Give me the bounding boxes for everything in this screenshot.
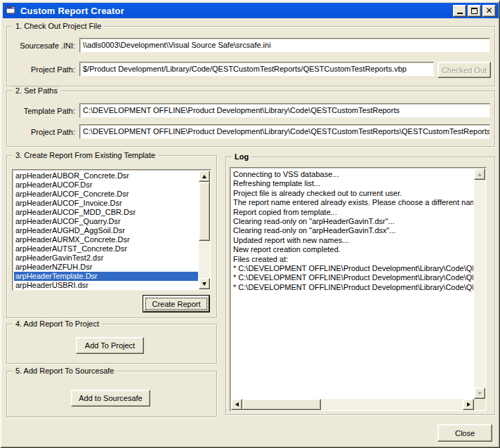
sourcesafe-ini-input[interactable]: \\adls0003\Development\Visual Source Saf… [79,38,490,53]
log-scroll-right-button[interactable] [463,399,474,410]
template-path-input[interactable]: C:\DEVELOPMENT OFFLINE\Product Developme… [79,103,490,118]
list-item[interactable]: arpHeaderGavinTest2.dsr [14,253,198,263]
log-line: Report copied from template... [233,208,473,217]
list-item[interactable]: arpHeaderUSBRI.dsr [14,281,198,289]
listbox-scrollbar-thumb[interactable] [199,182,210,241]
log-line: New report creation completed. [233,245,473,254]
scrollbar-corner [474,399,485,410]
list-item[interactable]: arpHeaderAUCOF.Dsr [14,180,198,190]
template-path-label: Template Path: [6,107,75,115]
log-line: * C:\DEVELOPMENT OFFLINE\Product Develop… [233,283,473,292]
checked-out-button: Checked Out [438,62,491,78]
arrow-left-icon [235,402,239,407]
log-line: Project file is already checked out to c… [233,189,473,198]
log-vertical-scrollbar[interactable] [474,169,485,399]
maximize-button[interactable] [468,5,481,17]
group-title: 5. Add Report To Sourcesafe [13,367,117,376]
log-line: Updated report with new names... [233,236,473,245]
list-item[interactable]: arpHeaderAUCOF_Invoice.Dsr [14,199,198,208]
arrow-down-icon [202,282,206,286]
log-line: * C:\DEVELOPMENT OFFLINE\Product Develop… [233,273,473,282]
arrow-right-icon [467,402,471,407]
add-to-project-button[interactable]: Add To Project [76,337,144,354]
local-project-path-input[interactable]: C:\DEVELOPMENT OFFLINE\Product Developme… [79,124,490,139]
template-list: arpHeaderAUBOR_Concrete.DsrarpHeaderAUCO… [14,171,198,289]
minimize-button[interactable] [453,5,466,17]
listbox-scroll-down-button[interactable] [199,278,210,289]
log-line: Connecting to VSS database... [233,170,473,179]
group-title: 4. Add Report To Project [13,319,102,329]
log-scroll-up-button[interactable] [474,169,485,180]
vss-project-path-input[interactable]: $/Product Development/Library/Code/QESTC… [79,62,434,77]
custom-report-creator-window: Custom Report Creator ✕ 1. Check Out Pro… [0,0,500,448]
log-line: Clearing read-only on "arpHeaderGavinT.d… [233,217,473,226]
window-title: Custom Report Creator [20,6,453,16]
minimize-icon [457,13,463,14]
add-to-sourcesafe-button[interactable]: Add to Sourcesafe [71,390,150,407]
log-line: Clearing read-only on "arpHeaderGavinT.d… [233,226,473,235]
arrow-up-icon [478,173,482,176]
maximize-icon [471,8,478,14]
log-lines: Connecting to VSS database...Refreshing … [233,170,473,398]
log-line: Refreshing template list... [233,179,473,188]
sourcesafe-ini-label: Sourcesafe .INI: [6,41,75,50]
log-line: The report name entered already exists. … [233,198,473,207]
arrow-up-icon [202,175,206,178]
log-scrollbar-thumb[interactable] [242,399,321,410]
template-listbox[interactable]: arpHeaderAUBOR_Concrete.DsrarpHeaderAUCO… [12,169,211,291]
list-item[interactable]: arpHeaderAUBOR_Concrete.Dsr [14,171,198,180]
group-check-out-project-file: 1. Check Out Project File [6,26,495,86]
group-title: 1. Check Out Project File [13,22,104,31]
list-item[interactable]: arpHeaderAUCOF_Quarry.Dsr [14,217,198,226]
list-item[interactable]: arpHeaderAUGHD_AggSoil.Dsr [14,226,198,235]
list-item[interactable]: arpHeaderNZFUH.Dsr [14,263,198,272]
app-form-icon [6,5,17,16]
title-bar[interactable]: Custom Report Creator ✕ [3,3,499,18]
create-report-button[interactable]: Create Report [143,295,210,312]
log-textarea[interactable]: Connecting to VSS database...Refreshing … [230,167,487,411]
log-horizontal-scrollbar[interactable] [231,399,474,410]
close-window-button[interactable]: ✕ [482,5,496,17]
log-title: Log [232,152,251,162]
log-line: Files created at: [233,255,473,264]
arrow-down-icon [478,392,482,395]
log-scroll-left-button[interactable] [231,399,242,410]
project-path-label-1: Project Path: [6,65,75,74]
log-line: * C:\DEVELOPMENT OFFLINE\Product Develop… [233,264,473,273]
list-item[interactable]: arpHeaderAUTST_Concrete.Dsr [14,244,198,253]
close-icon: ✕ [485,6,492,15]
log-scroll-down-button[interactable] [474,388,485,399]
group-title: 3. Create Report From Existing Template [13,151,158,160]
list-item[interactable]: arpHeaderAUCOF_MDD_CBR.Dsr [14,208,198,217]
project-path-label-2: Project Path: [6,128,75,136]
group-title: 2. Set Paths [13,86,60,95]
listbox-scroll-up-button[interactable] [199,171,210,182]
list-item[interactable]: arpHeaderAURMX_Concrete.Dsr [14,235,198,244]
listbox-scrollbar[interactable] [199,171,210,289]
close-button[interactable]: Close [438,424,492,442]
list-item[interactable]: arpHeaderTemplate.Dsr [14,272,198,281]
list-item[interactable]: arpHeaderAUCOF_Concrete.Dsr [14,190,198,199]
